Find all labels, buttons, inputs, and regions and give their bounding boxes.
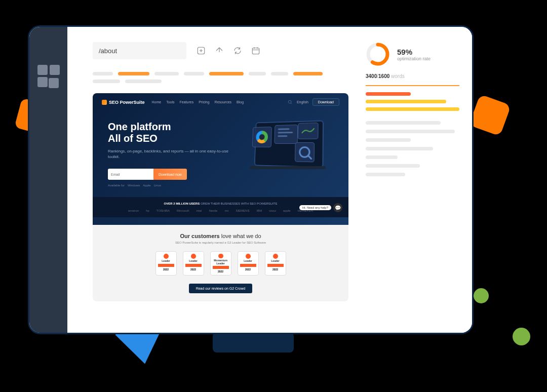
search-icon[interactable] [288,100,293,105]
preview-nav-items: HomeToolsFeaturesPricingResourcesBlog [152,100,244,104]
filter-pills-row-1 [93,72,356,75]
metric-bar [366,107,459,111]
preview-nav-item[interactable]: Resources [215,100,231,104]
brand-logo: hp [146,209,149,212]
topbar [93,42,356,59]
pie-chart-icon [252,127,272,147]
pill[interactable] [118,72,149,75]
content-line [366,130,455,133]
pill[interactable] [209,72,244,75]
optimization-donut [366,42,390,66]
main-area: SEO PowerSuite HomeToolsFeaturesPricingR… [67,27,472,333]
preview-customers-section: Our customers love what we do SEO PowerS… [93,225,348,301]
content-line [366,121,441,125]
preview-nav: SEO PowerSuite HomeToolsFeaturesPricingR… [93,93,348,111]
metric-bar [366,92,411,96]
brand-logo: apple [283,209,291,212]
sparkline-icon [298,123,319,139]
preview-download-button[interactable]: Download [312,98,339,106]
chat-button[interactable]: 💬 [333,203,342,212]
pill[interactable] [271,72,288,75]
content-line [366,138,411,142]
preview-cta-button[interactable]: Download now [153,169,187,180]
filter-pills-row-2 [93,80,356,83]
g2-reviews-button[interactable]: Read our reviews on G2 Crowd [189,284,253,293]
preview-nav-item[interactable]: Blog [237,100,244,104]
pill[interactable] [293,72,323,75]
laptop-illustration [252,121,333,182]
preview-availability: Available forWindowsAppleLinux [108,184,237,187]
optimization-percent: 59% [397,48,431,56]
brand-logo: amazon [128,209,139,212]
award-badge: Leader2022 [238,251,259,276]
content-line [366,155,398,159]
preview-nav-item[interactable]: Tools [166,100,174,104]
preview-email-input[interactable] [108,169,153,180]
pill[interactable] [93,72,113,75]
preview-headline-2: All of SEO [108,133,237,144]
metric-bar [366,100,446,103]
preview-nav-item[interactable]: Home [152,100,162,104]
decoration-green-dot-2 [513,328,530,345]
preview-banner: OVER 2 MILLION USERS GREW THEIR BUSINESS… [93,197,348,217]
decoration-darkblue [213,332,294,352]
right-pane: 59% optimization rate 3400/1600 words [366,27,472,333]
content-line [366,164,420,168]
content-line [366,173,405,176]
preview-logo: SEO PowerSuite [102,100,145,105]
brand-logo: Microsoft [177,209,189,212]
refresh-icon[interactable] [233,46,242,55]
award-badge: Leader2022 [155,251,177,276]
pill[interactable] [184,72,204,75]
word-count: 3400/1600 words [366,73,459,79]
decoration-orange-square-2 [469,94,511,136]
app-window: SEO PowerSuite HomeToolsFeaturesPricingR… [28,25,474,334]
magnifier-icon [295,142,315,162]
award-badge: Momentum Leader2022 [210,251,231,276]
svg-rect-1 [252,48,259,54]
list-icon [274,125,298,144]
pill[interactable] [125,80,162,83]
dashboard-icon[interactable] [37,65,60,87]
customers-subtitle: SEO PowerSuite is regularly named a G2 L… [101,241,340,244]
pill[interactable] [93,80,120,83]
preview-hero: SEO PowerSuite HomeToolsFeaturesPricingR… [93,93,348,225]
content-lines [366,121,459,176]
award-badges: Leader2022Leader2022Momentum Leader2022L… [101,251,340,276]
chat-tooltip: Hi. Need any help? [299,205,331,210]
preview-lang[interactable]: English [297,100,308,104]
brand-logo: Nestle [209,209,217,212]
preview-nav-item[interactable]: Features [180,100,194,104]
content-line [366,147,433,150]
metric-bars [366,92,459,111]
award-badge: Leader2022 [183,251,204,276]
divider [366,85,459,86]
share-icon[interactable] [215,46,224,55]
pill[interactable] [249,72,266,75]
brand-logo: intel [196,209,202,212]
content-pane: SEO PowerSuite HomeToolsFeaturesPricingR… [67,27,366,333]
brand-logo: SIEMENS [236,209,249,212]
svg-point-2 [288,100,291,103]
pill[interactable] [154,72,179,75]
preview-nav-item[interactable]: Pricing [199,100,209,104]
decoration-green-dot-1 [474,288,489,303]
customers-title: Our customers love what we do [101,233,340,239]
add-icon[interactable] [197,46,206,55]
brand-logo: mc [224,209,228,212]
optimization-label: optimization rate [397,56,431,61]
brand-logo: cisco [269,209,276,212]
calendar-icon[interactable] [251,46,260,55]
award-badge: Leader2022 [265,251,286,276]
brand-logo: IBM [256,209,262,212]
left-sidebar [29,27,67,333]
preview-subline: Rankings, on-page, backlinks, and report… [108,148,237,160]
preview-headline-1: One platform [108,121,237,133]
brand-logo: TOSHIBA [157,209,170,212]
url-input[interactable] [93,42,186,59]
page-preview: SEO PowerSuite HomeToolsFeaturesPricingR… [93,93,348,301]
